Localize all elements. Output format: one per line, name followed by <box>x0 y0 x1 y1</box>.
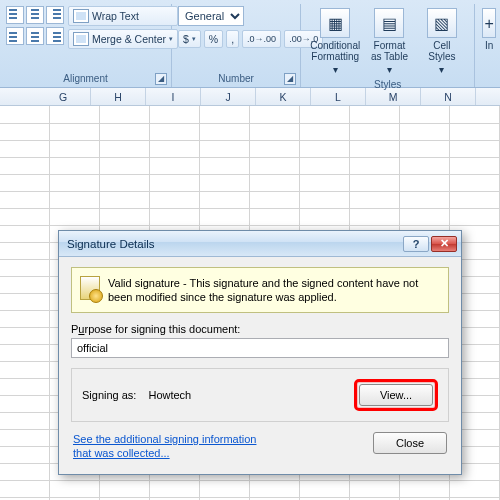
cell[interactable] <box>250 174 300 191</box>
cell[interactable] <box>100 208 150 225</box>
increase-decimal-button[interactable]: .0→.00 <box>242 30 281 48</box>
cell[interactable] <box>400 106 450 123</box>
cell[interactable] <box>400 157 450 174</box>
cell[interactable] <box>450 157 500 174</box>
cell[interactable] <box>350 174 400 191</box>
cell[interactable] <box>350 480 400 497</box>
cell[interactable] <box>100 174 150 191</box>
insert-button-partial[interactable]: + In <box>481 6 497 53</box>
cell[interactable] <box>0 242 50 259</box>
cell[interactable] <box>100 191 150 208</box>
column-header[interactable]: I <box>146 88 201 105</box>
cell[interactable] <box>250 140 300 157</box>
cell[interactable] <box>0 157 50 174</box>
number-format-select[interactable]: General <box>178 6 244 26</box>
cell[interactable] <box>0 293 50 310</box>
cell[interactable] <box>0 327 50 344</box>
column-header[interactable]: J <box>201 88 256 105</box>
cell[interactable] <box>0 412 50 429</box>
purpose-field[interactable] <box>71 338 449 358</box>
cell[interactable] <box>300 157 350 174</box>
cell[interactable] <box>50 123 100 140</box>
cell[interactable] <box>150 480 200 497</box>
cell[interactable] <box>0 480 50 497</box>
column-header[interactable]: G <box>36 88 91 105</box>
cell[interactable] <box>350 106 400 123</box>
cell[interactable] <box>150 174 200 191</box>
cell[interactable] <box>250 191 300 208</box>
close-button[interactable]: Close <box>373 432 447 454</box>
cell[interactable] <box>450 123 500 140</box>
cell[interactable] <box>200 480 250 497</box>
align-top-icon[interactable] <box>6 6 24 24</box>
accounting-format-button[interactable]: $▾ <box>178 30 201 48</box>
cell[interactable] <box>250 157 300 174</box>
column-header[interactable]: K <box>256 88 311 105</box>
cell[interactable] <box>200 157 250 174</box>
cell[interactable] <box>0 259 50 276</box>
cell[interactable] <box>0 140 50 157</box>
cell[interactable] <box>100 140 150 157</box>
cell[interactable] <box>300 106 350 123</box>
cell[interactable] <box>300 208 350 225</box>
view-certificate-button[interactable]: View... <box>359 384 433 406</box>
cell[interactable] <box>200 191 250 208</box>
cell[interactable] <box>0 395 50 412</box>
cell[interactable] <box>100 157 150 174</box>
align-middle-icon[interactable] <box>26 6 44 24</box>
cell[interactable] <box>350 157 400 174</box>
dialog-titlebar[interactable]: Signature Details ? ✕ <box>59 231 461 257</box>
comma-style-button[interactable]: , <box>226 30 239 48</box>
cell[interactable] <box>250 480 300 497</box>
cell[interactable] <box>150 106 200 123</box>
dialog-launcher-icon[interactable]: ◢ <box>284 73 296 85</box>
help-button[interactable]: ? <box>403 236 429 252</box>
cell[interactable] <box>300 191 350 208</box>
cell[interactable] <box>150 208 200 225</box>
cell[interactable] <box>450 140 500 157</box>
cell[interactable] <box>100 106 150 123</box>
cell[interactable] <box>0 378 50 395</box>
dialog-launcher-icon[interactable]: ◢ <box>155 73 167 85</box>
percent-button[interactable]: % <box>204 30 223 48</box>
align-right-icon[interactable] <box>46 27 64 45</box>
format-as-table-button[interactable]: ▤ Format as Table ▾ <box>363 6 416 77</box>
cell[interactable] <box>50 157 100 174</box>
cell[interactable] <box>450 174 500 191</box>
window-close-button[interactable]: ✕ <box>431 236 457 252</box>
cell[interactable] <box>100 123 150 140</box>
cell[interactable] <box>300 174 350 191</box>
cell[interactable] <box>350 123 400 140</box>
cell[interactable] <box>300 123 350 140</box>
cell[interactable] <box>400 208 450 225</box>
cell[interactable] <box>300 480 350 497</box>
cell[interactable] <box>0 276 50 293</box>
column-header[interactable]: H <box>91 88 146 105</box>
cell[interactable] <box>0 191 50 208</box>
cell[interactable] <box>50 191 100 208</box>
wrap-text-button[interactable]: Wrap Text <box>68 6 178 26</box>
cell[interactable] <box>50 106 100 123</box>
cell[interactable] <box>200 174 250 191</box>
cell[interactable] <box>400 480 450 497</box>
cell[interactable] <box>200 106 250 123</box>
cell[interactable] <box>0 123 50 140</box>
cell[interactable] <box>350 208 400 225</box>
cell[interactable] <box>0 208 50 225</box>
cell[interactable] <box>450 480 500 497</box>
cell[interactable] <box>0 429 50 446</box>
cell[interactable] <box>450 191 500 208</box>
cell[interactable] <box>0 361 50 378</box>
cell[interactable] <box>50 208 100 225</box>
cell[interactable] <box>400 174 450 191</box>
align-center-icon[interactable] <box>26 27 44 45</box>
cell[interactable] <box>0 310 50 327</box>
cell[interactable] <box>0 344 50 361</box>
cell[interactable] <box>50 480 100 497</box>
cell[interactable] <box>400 140 450 157</box>
cell[interactable] <box>0 106 50 123</box>
cell[interactable] <box>300 140 350 157</box>
merge-center-button[interactable]: Merge & Center ▾ <box>68 29 178 49</box>
cell[interactable] <box>50 140 100 157</box>
cell[interactable] <box>400 191 450 208</box>
